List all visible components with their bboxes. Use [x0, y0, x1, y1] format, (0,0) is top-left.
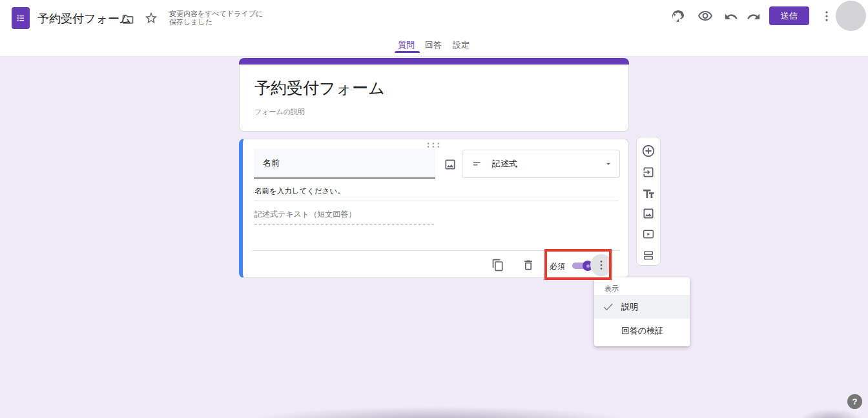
- tab-bar: 質問 回答 設定: [0, 36, 868, 57]
- move-to-folder-button[interactable]: [120, 12, 136, 27]
- star-icon: [144, 11, 158, 25]
- import-questions-button[interactable]: [641, 164, 656, 180]
- form-title-field[interactable]: 予約受付フォーム: [254, 77, 385, 99]
- account-avatar[interactable]: [836, 1, 866, 31]
- video-icon: [642, 228, 655, 241]
- add-circle-icon: [641, 144, 656, 158]
- description-underline: [254, 201, 618, 201]
- text-fields-icon: [642, 186, 656, 200]
- image-icon: [444, 158, 457, 171]
- question-options-menu: 表示 説明 回答の検証: [594, 277, 690, 346]
- add-video-button[interactable]: [641, 226, 656, 242]
- theme-button[interactable]: [670, 8, 686, 24]
- question-type-label: 記述式: [492, 158, 604, 170]
- annotation-highlight-box: [544, 249, 612, 280]
- drag-handle-icon[interactable]: [426, 142, 440, 148]
- chevron-down-icon: [604, 159, 613, 168]
- menu-item-label: 説明: [621, 301, 638, 313]
- save-status-line2: 保存しました: [169, 18, 263, 26]
- app-header: 予約受付フォーム 変更内容をすべてドライブに 保存しました: [0, 0, 868, 36]
- help-label: ?: [852, 397, 858, 406]
- active-tab-indicator: [395, 51, 420, 53]
- add-title-description-button[interactable]: [641, 185, 656, 201]
- redo-button[interactable]: [746, 9, 761, 25]
- question-description-field[interactable]: 名前を入力してください。: [254, 186, 345, 196]
- answer-dotted-underline: [254, 224, 434, 224]
- answer-placeholder: 記述式テキスト（短文回答）: [254, 209, 356, 220]
- form-accent-bar: [239, 58, 629, 65]
- send-button[interactable]: 送信: [769, 6, 809, 25]
- menu-item-description[interactable]: 説明: [594, 295, 690, 319]
- short-answer-icon: [471, 157, 484, 170]
- eye-icon: [698, 8, 713, 24]
- form-title-card: 予約受付フォーム フォームの説明: [239, 58, 629, 132]
- add-question-button[interactable]: [641, 143, 656, 159]
- menu-section-label: 表示: [604, 284, 619, 294]
- kebab-menu-icon: [820, 9, 834, 23]
- tab-settings[interactable]: 設定: [453, 39, 470, 51]
- add-section-icon: [642, 249, 655, 262]
- palette-icon: [670, 8, 686, 24]
- preview-button[interactable]: [698, 8, 713, 24]
- redo-icon: [747, 10, 761, 24]
- help-button[interactable]: ?: [847, 394, 862, 409]
- add-image-to-question-button[interactable]: [442, 157, 458, 172]
- tab-questions[interactable]: 質問: [398, 39, 415, 51]
- google-forms-editor: 予約受付フォーム 変更内容をすべてドライブに 保存しました: [0, 0, 868, 418]
- save-status-line1: 変更内容をすべてドライブに: [169, 10, 263, 18]
- star-button[interactable]: [143, 10, 159, 26]
- forms-logo[interactable]: [12, 7, 30, 29]
- header-more-button[interactable]: [819, 8, 834, 24]
- undo-icon: [724, 10, 738, 24]
- undo-button[interactable]: [723, 9, 739, 25]
- document-title[interactable]: 予約受付フォーム: [37, 11, 131, 26]
- question-type-dropdown[interactable]: 記述式: [462, 150, 620, 178]
- menu-item-label: 回答の検証: [621, 325, 663, 337]
- editor-toolbar: [636, 137, 661, 266]
- menu-item-response-validation[interactable]: 回答の検証: [594, 319, 690, 343]
- question-title-input[interactable]: 名前: [254, 149, 435, 179]
- duplicate-question-button[interactable]: [490, 257, 506, 273]
- add-section-button[interactable]: [641, 248, 656, 263]
- form-description-field[interactable]: フォームの説明: [254, 107, 305, 117]
- forms-logo-icon: [15, 12, 26, 24]
- trash-icon: [522, 259, 535, 272]
- folder-icon: [121, 13, 134, 26]
- import-questions-icon: [642, 166, 655, 179]
- copy-icon: [491, 259, 504, 272]
- image-icon: [642, 207, 655, 220]
- tab-responses[interactable]: 回答: [425, 39, 442, 51]
- delete-question-button[interactable]: [521, 257, 536, 273]
- window-bottom-shadow: [194, 401, 685, 418]
- checkmark-icon: [602, 301, 615, 314]
- save-status[interactable]: 変更内容をすべてドライブに 保存しました: [169, 10, 263, 26]
- add-image-button[interactable]: [641, 206, 656, 221]
